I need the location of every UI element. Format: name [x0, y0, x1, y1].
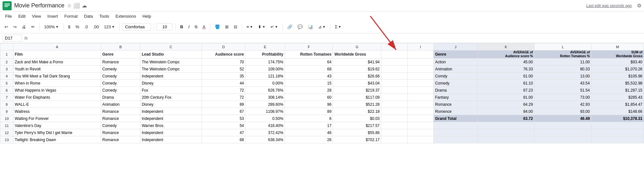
halign-button[interactable]: ≡ ▼ — [245, 23, 255, 31]
cell-h7[interactable] — [381, 94, 408, 101]
percent-button[interactable]: % — [73, 23, 81, 31]
cell-h11[interactable] — [381, 122, 408, 129]
print-button[interactable]: 🖨 — [20, 23, 28, 31]
cell-g12[interactable]: $55.86 — [333, 129, 381, 136]
cloud-icon[interactable]: ☁ — [82, 3, 87, 9]
cell-e12[interactable]: 372.42% — [245, 129, 285, 136]
font-name-select[interactable]: Comfortaa — [122, 23, 151, 31]
cell-i9[interactable] — [407, 108, 434, 115]
cell-k12[interactable] — [478, 129, 535, 136]
cell-k8[interactable]: 64.29 — [478, 101, 535, 108]
cell-i6[interactable] — [407, 87, 434, 94]
cell-j7[interactable]: Fantasy — [434, 94, 478, 101]
menu-tools[interactable]: Tools — [97, 13, 111, 19]
row-header-2[interactable]: 2 — [0, 59, 14, 66]
cell-f13[interactable]: 26 — [285, 136, 333, 143]
cell-i8[interactable] — [407, 101, 434, 108]
cell-b6[interactable]: Comedy — [101, 87, 140, 94]
cell-a12[interactable]: Tyler Perry's Why Did I get Marrie — [13, 129, 101, 136]
cell-i3[interactable] — [407, 66, 434, 73]
cell-j11[interactable] — [434, 122, 478, 129]
cell-h3[interactable] — [381, 66, 408, 73]
cell-d2[interactable]: 70 — [202, 59, 245, 66]
menu-view[interactable]: View — [29, 13, 43, 19]
cell-c7[interactable]: 20th Century Fox — [140, 94, 202, 101]
cell-a9[interactable]: Waitress — [13, 108, 101, 115]
cell-e5[interactable]: 0.00% — [245, 80, 285, 87]
cell-k4[interactable]: 61.00 — [478, 73, 535, 80]
cell-m5[interactable]: $5,532.98 — [591, 80, 644, 87]
cell-g2[interactable]: $41.94 — [333, 59, 381, 66]
col-header-g[interactable]: G — [333, 43, 381, 50]
merge-button[interactable]: ⊟ — [232, 23, 239, 31]
row-header-8[interactable]: 8 — [0, 101, 14, 108]
cell-j4[interactable]: Comdy — [434, 73, 478, 80]
cell-a8[interactable]: WALL-E — [13, 101, 101, 108]
row-header-6[interactable]: 6 — [0, 87, 14, 94]
cell-m9[interactable]: $148.66 — [591, 108, 644, 115]
cell-g5[interactable]: $43.04 — [333, 80, 381, 87]
cell-c1[interactable]: Lead Studio — [140, 50, 202, 59]
cell-c11[interactable]: Warner Bros. — [140, 122, 202, 129]
valign-button[interactable]: ⬍ ▼ — [256, 23, 267, 31]
decimal-inc-button[interactable]: .00 — [91, 23, 101, 31]
row-header-5[interactable]: 5 — [0, 80, 14, 87]
cell-a11[interactable]: Valentine's Day — [13, 122, 101, 129]
col-header-f[interactable]: F — [285, 43, 333, 50]
cell-a2[interactable]: Zack and Miri Make a Porno — [13, 59, 101, 66]
row-header-7[interactable]: 7 — [0, 94, 14, 101]
cell-b5[interactable]: Comedy — [101, 80, 140, 87]
cell-e13[interactable]: 638.34% — [245, 136, 285, 143]
cell-k5[interactable]: 61.10 — [478, 80, 535, 87]
row-header-1[interactable]: 1 — [0, 50, 14, 59]
cell-b8[interactable]: Animation — [101, 101, 140, 108]
cell-d6[interactable]: 72 — [202, 87, 245, 94]
col-header-h[interactable]: H — [381, 43, 408, 50]
comment-button[interactable]: 💬 — [296, 23, 305, 31]
cell-e6[interactable]: 626.76% — [245, 87, 285, 94]
cell-i7[interactable] — [407, 94, 434, 101]
cell-h6[interactable] — [381, 87, 408, 94]
cell-g1[interactable]: Worldwide Gross — [333, 50, 381, 59]
cell-a4[interactable]: You Will Meet a Tall Dark Strang — [13, 73, 101, 80]
cell-m4[interactable]: $105.96 — [591, 73, 644, 80]
cell-b7[interactable]: Drama — [101, 94, 140, 101]
menu-insert[interactable]: Insert — [45, 13, 61, 19]
folder-icon[interactable]: ⬜ — [73, 3, 80, 9]
cell-d9[interactable]: 67 — [202, 108, 245, 115]
col-header-k[interactable]: K — [478, 43, 535, 50]
cell-f8[interactable]: 96 — [285, 101, 333, 108]
cell-k6[interactable]: 67.23 — [478, 87, 535, 94]
menu-extensions[interactable]: Extensions — [113, 13, 139, 19]
cell-g8[interactable]: $521.28 — [333, 101, 381, 108]
cell-d11[interactable]: 54 — [202, 122, 245, 129]
cell-e3[interactable]: 109.00% — [245, 66, 285, 73]
cell-l3[interactable]: 80.33 — [534, 66, 591, 73]
cell-d7[interactable]: 72 — [202, 94, 245, 101]
fill-color-button[interactable]: 🪣 — [213, 23, 222, 31]
cell-g7[interactable]: $117.09 — [333, 94, 381, 101]
cell-d13[interactable]: 68 — [202, 136, 245, 143]
col-header-j[interactable]: J — [434, 43, 478, 50]
cell-f3[interactable]: 68 — [285, 66, 333, 73]
doc-title[interactable]: Movie Performance — [14, 2, 64, 9]
col-header-d[interactable]: D — [202, 43, 245, 50]
cell-h9[interactable] — [381, 108, 408, 115]
cell-b11[interactable]: Comedy — [101, 122, 140, 129]
cell-m8[interactable]: $1,854.47 — [591, 101, 644, 108]
cell-g10[interactable]: $0.03 — [333, 115, 381, 122]
cell-k2[interactable]: 45.00 — [478, 59, 535, 66]
cell-l4[interactable]: 13.00 — [534, 73, 591, 80]
cell-j2[interactable]: Action — [434, 59, 478, 66]
decimal-dec-button[interactable]: .0 — [82, 23, 90, 31]
cell-c9[interactable]: Independent — [140, 108, 202, 115]
cell-f12[interactable]: 46 — [285, 129, 333, 136]
cell-j8[interactable]: Romance — [434, 101, 478, 108]
cell-b9[interactable]: Romance — [101, 108, 140, 115]
col-header-l[interactable]: L — [534, 43, 591, 50]
link-button[interactable]: 🔗 — [285, 23, 294, 31]
cell-a5[interactable]: When in Rome — [13, 80, 101, 87]
borders-button[interactable]: ⊞ — [223, 23, 231, 31]
cell-e10[interactable]: 0.50% — [245, 115, 285, 122]
cell-f1[interactable]: Rotten Tomatoes — [285, 50, 333, 59]
